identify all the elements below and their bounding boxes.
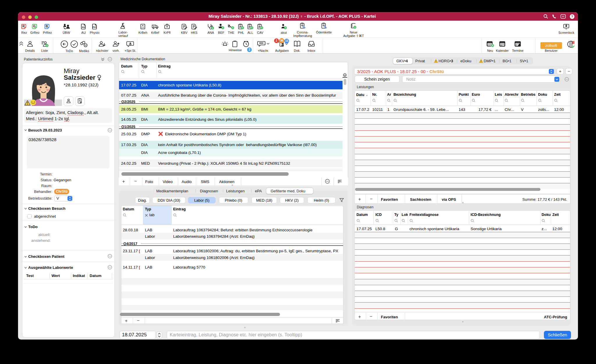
svg-text:B: B (46, 24, 48, 28)
svg-text:PHY: PHY (93, 26, 97, 28)
svg-text:?: ? (571, 15, 573, 18)
svg-text:AU: AU (82, 26, 85, 29)
svg-text:R: R (22, 24, 25, 28)
svg-text:G: G (33, 24, 36, 28)
